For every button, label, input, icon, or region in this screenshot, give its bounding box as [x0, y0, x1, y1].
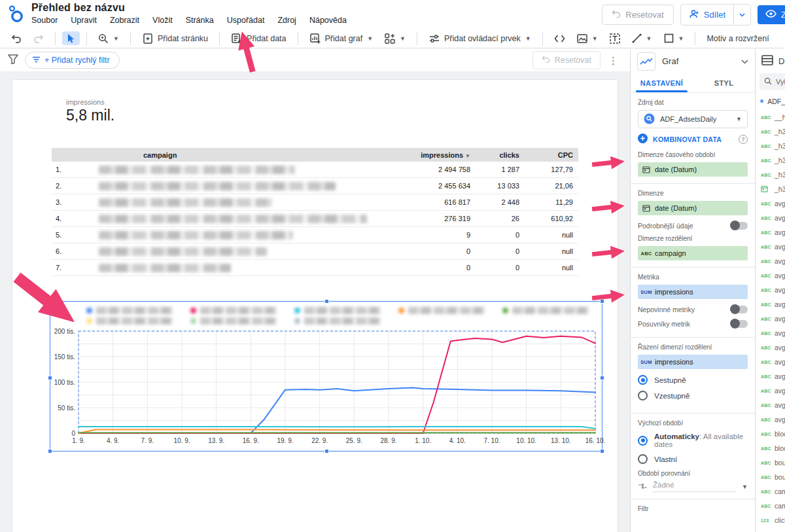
- blend-data-button[interactable]: KOMBINOVAT DATA: [653, 135, 733, 143]
- selection-handle-ne[interactable]: [600, 299, 604, 304]
- field-item-avgF[interactable]: ABCavgF: [756, 225, 785, 239]
- menu-uspořádat[interactable]: Uspořádat: [227, 16, 265, 25]
- date-range-dimension-chip[interactable]: date (Datum): [638, 162, 748, 177]
- selection-handle-se[interactable]: [600, 449, 604, 453]
- period-auto-option[interactable]: Automaticky: All available dates: [638, 433, 748, 448]
- field-item-avgF[interactable]: ABCavgF: [756, 283, 785, 297]
- field-item-cam[interactable]: ABCcam: [756, 484, 785, 499]
- undo-button[interactable]: [7, 32, 26, 45]
- add-chart-button[interactable]: Přidat graf ▼: [305, 31, 378, 46]
- share-dropdown-caret[interactable]: [733, 5, 750, 25]
- embed-url-button[interactable]: [550, 33, 570, 44]
- scorecard-impressions[interactable]: impressions 5,8 mil.: [66, 98, 114, 124]
- timeseries-chart[interactable]: 050 tis.100 tis.150 tis.200 tis.1. 9.4. …: [50, 301, 602, 452]
- comparison-period-select[interactable]: Žádné ▼: [638, 481, 748, 492]
- optional-metrics-toggle[interactable]: [731, 306, 748, 313]
- sort-descending-option[interactable]: Sestupně: [638, 375, 748, 385]
- field-item-avgW[interactable]: ABCavgW: [756, 369, 785, 383]
- tab-style[interactable]: STYL: [693, 73, 755, 92]
- add-page-button[interactable]: Přidat stránku: [137, 31, 213, 46]
- insert-text-button[interactable]: [605, 31, 625, 46]
- campaign-table[interactable]: campaign impressions▼ clicks CPC 1.2 494…: [52, 148, 578, 276]
- share-button[interactable]: Sdílet: [681, 5, 733, 25]
- add-control-button[interactable]: Přidat ovládací prvek ▼: [424, 31, 536, 46]
- page-title[interactable]: Přehled bez názvu: [31, 2, 347, 14]
- add-data-button[interactable]: Přidat data: [226, 31, 290, 46]
- field-item-click[interactable]: ABCclick: [756, 527, 785, 532]
- dimension-chip[interactable]: date (Datum): [638, 201, 748, 215]
- field-item-avgF[interactable]: ABCavgF: [756, 311, 785, 326]
- field-item-avgF[interactable]: ABCavgF: [756, 239, 785, 254]
- field-item-_h30[interactable]: ABC_h30: [756, 124, 785, 139]
- tab-setup[interactable]: NASTAVENÍ: [631, 73, 693, 92]
- select-cursor-button[interactable]: [62, 31, 80, 45]
- insert-image-button[interactable]: ▼: [572, 32, 602, 45]
- field-item-avgW[interactable]: ABCavgW: [756, 412, 785, 427]
- field-item-cam[interactable]: ABCcam: [756, 499, 785, 513]
- field-item-bour[interactable]: ABCbour: [756, 455, 785, 470]
- data-source-row[interactable]: ADF_: [756, 94, 785, 110]
- selection-handle-s[interactable]: [324, 449, 329, 453]
- table-header-campaign[interactable]: campaign: [78, 151, 392, 159]
- more-options-kebab[interactable]: ⋮: [608, 56, 618, 65]
- chevron-down-icon[interactable]: [741, 58, 748, 65]
- field-item-avgE[interactable]: ABCavgE: [756, 211, 785, 225]
- metric-sliders-toggle[interactable]: [731, 320, 748, 328]
- field-item-__h3[interactable]: ABC__h3: [756, 110, 785, 124]
- field-item-bloc[interactable]: ABCbloc: [756, 441, 785, 455]
- field-item-avgF[interactable]: ABCavgF: [756, 254, 785, 268]
- chart-type-thumbnail[interactable]: [637, 52, 655, 71]
- reset-button[interactable]: Resetovat: [602, 5, 674, 25]
- field-item-avgF[interactable]: ABCavgF: [756, 297, 785, 311]
- view-button[interactable]: Z: [758, 5, 785, 24]
- selection-handle-n[interactable]: [324, 299, 329, 304]
- field-item-click[interactable]: 123click: [756, 513, 785, 527]
- field-item-_h30[interactable]: _h30: [756, 182, 785, 196]
- filter-reset-button[interactable]: Resetovat: [532, 51, 601, 69]
- selection-handle-e[interactable]: [600, 376, 604, 380]
- field-item-avgM[interactable]: ABCavgM: [756, 326, 785, 340]
- menu-upravit[interactable]: Upravit: [71, 16, 97, 25]
- insert-line-button[interactable]: ▼: [627, 31, 657, 45]
- add-quick-filter-button[interactable]: + Přidat rychlý filtr: [25, 52, 120, 69]
- selection-handle-w[interactable]: [48, 376, 52, 380]
- theme-layout-button[interactable]: Motiv a rozvržení: [702, 32, 773, 45]
- help-icon[interactable]: ?: [739, 135, 748, 144]
- field-item-avgW[interactable]: ABCavgW: [756, 383, 785, 398]
- field-item-avgE[interactable]: ABCavgE: [756, 196, 785, 211]
- field-search-input[interactable]: Vyhle: [759, 73, 785, 90]
- field-item-_h30[interactable]: ABC_h30: [756, 139, 785, 153]
- period-custom-option[interactable]: Vlastní: [638, 454, 748, 464]
- menu-zobrazit[interactable]: Zobrazit: [110, 16, 139, 25]
- drill-down-toggle[interactable]: [731, 222, 748, 230]
- field-item-avgW[interactable]: ABCavgW: [756, 398, 785, 412]
- field-item-bour[interactable]: ABCbour: [756, 470, 785, 484]
- table-header-clicks[interactable]: clicks: [470, 151, 519, 159]
- field-item-avgO[interactable]: ABCavgO: [756, 340, 785, 355]
- report-page[interactable]: impressions 5,8 mil. campaign impression…: [12, 79, 618, 532]
- menu-vložit[interactable]: Vložit: [152, 16, 173, 25]
- selection-handle-nw[interactable]: [48, 299, 52, 304]
- insert-shape-button[interactable]: ▼: [659, 31, 689, 45]
- selection-handle-sw[interactable]: [48, 449, 52, 453]
- menu-stránka[interactable]: Stránka: [186, 16, 214, 25]
- community-viz-button[interactable]: ▼: [380, 31, 410, 46]
- menu-soubor[interactable]: Soubor: [31, 16, 58, 25]
- menu-nápověda[interactable]: Nápověda: [309, 16, 347, 25]
- edit-toolbar: ▼ Přidat stránku Přidat data: [0, 29, 785, 48]
- sort-metric-chip[interactable]: SUM impressions: [638, 355, 748, 369]
- breakdown-dimension-chip[interactable]: ABC campaign: [638, 246, 748, 260]
- redo-button[interactable]: [29, 32, 48, 45]
- field-item-bloc[interactable]: ABCbloc: [756, 427, 785, 441]
- metric-chip[interactable]: SUM impressions: [638, 285, 748, 299]
- field-item-_h30[interactable]: ABC_h30: [756, 153, 785, 168]
- table-header-impressions[interactable]: impressions▼: [392, 151, 470, 159]
- field-item-_h30[interactable]: ABC_h30: [756, 168, 785, 182]
- zoom-tool-button[interactable]: ▼: [94, 31, 124, 46]
- field-item-avgF[interactable]: ABCavgF: [756, 268, 785, 283]
- sort-ascending-option[interactable]: Vzestupně: [638, 391, 748, 400]
- field-item-avgP[interactable]: ABCavgP: [756, 355, 785, 369]
- table-header-cpc[interactable]: CPC: [519, 151, 573, 159]
- menu-zdroj[interactable]: Zdroj: [277, 16, 296, 25]
- data-source-selector[interactable]: ADF_AdsetsDaily ▼: [638, 110, 748, 128]
